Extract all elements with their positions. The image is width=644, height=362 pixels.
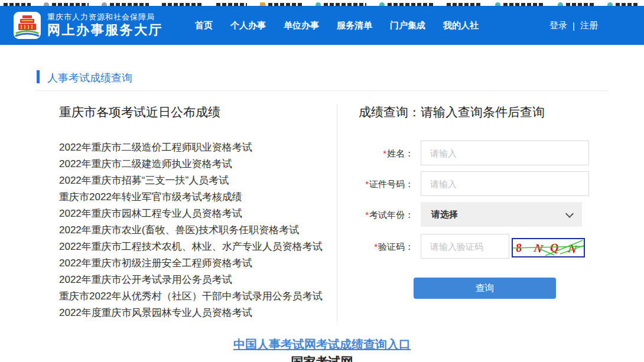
exam-list: 2022年重庆市二级造价工程师职业资格考试2022年重庆市二级建造师执业资格考试…	[59, 139, 323, 321]
query-form-heading: 成绩查询：请输入查询条件后查询	[359, 104, 545, 120]
main-nav: 首页 个人办事 单位办事 服务清单 门户集成 我的人社	[195, 6, 479, 45]
exam-list-item[interactable]: 2022年重庆市初级注册安全工程师资格考试	[59, 255, 323, 272]
login-link[interactable]: 登录	[549, 20, 567, 31]
bookmark-item[interactable]	[495, 0, 545, 6]
page-title-accent-bar	[37, 70, 40, 83]
bookmark-item[interactable]	[379, 0, 434, 6]
auth-links: 登录 | 注册	[549, 6, 598, 45]
nav-item-home[interactable]: 首页	[195, 20, 213, 31]
required-mark: *	[365, 210, 369, 220]
captcha-input[interactable]	[421, 234, 509, 259]
exam-year-label: *考试年份：	[365, 210, 414, 221]
exam-year-select[interactable]: 请选择	[421, 202, 582, 227]
exam-list-item[interactable]: 2022年重庆市招募“三支一扶”人员考试	[59, 172, 323, 189]
chevron-down-icon	[565, 210, 574, 218]
china-exam-site-link[interactable]: 中国人事考试网考试成绩查询入口	[233, 338, 411, 351]
name-input[interactable]	[421, 141, 589, 165]
register-link[interactable]: 注册	[580, 20, 598, 31]
bookmark-item[interactable]	[162, 0, 203, 6]
nav-item-services[interactable]: 服务清单	[337, 20, 372, 31]
exam-list-item[interactable]: 2022年重庆市园林工程专业人员资格考试	[59, 206, 323, 222]
exam-list-item[interactable]: 2022年重庆市公开考试录用公务员考试	[59, 272, 323, 288]
bookmark-item[interactable]	[316, 0, 366, 6]
svg-text:N: N	[532, 241, 545, 256]
auth-divider: |	[573, 21, 575, 31]
nav-item-company[interactable]: 单位办事	[284, 20, 319, 31]
org-name: 重庆市人力资源和社会保障局	[47, 12, 163, 22]
exam-list-item[interactable]: 2022年重庆市二级造价工程师职业资格考试	[59, 139, 323, 156]
id-number-label: *证件号码：	[365, 179, 414, 190]
id-number-input[interactable]	[421, 171, 589, 196]
clipped-footer-text: 国家考试网	[0, 354, 644, 362]
panel-divider	[337, 104, 337, 322]
required-mark: *	[365, 179, 369, 189]
nav-item-personal[interactable]: 个人办事	[230, 20, 266, 31]
svg-text:N: N	[567, 242, 579, 256]
captcha-image[interactable]: 8 N Q N	[512, 238, 585, 257]
exam-list-item[interactable]: 2022年重庆市农业(畜牧、兽医)技术职务任职资格考试	[59, 222, 323, 239]
bookmark-item[interactable]	[607, 0, 639, 6]
bookmark-item[interactable]	[4, 0, 31, 6]
bookmark-item[interactable]	[260, 0, 303, 6]
bookmark-item[interactable]	[216, 0, 247, 6]
recent-results-heading: 重庆市各项考试近日公布成绩	[59, 104, 220, 120]
exam-list-item[interactable]: 重庆市2022年从优秀村（社区）干部中考试录用公务员考试	[59, 288, 323, 305]
nav-item-portal[interactable]: 门户集成	[390, 20, 425, 31]
query-submit-button[interactable]: 查询	[414, 278, 556, 299]
site-logo-icon	[13, 11, 41, 40]
exam-list-item[interactable]: 2022年度重庆市风景园林专业人员资格考试	[59, 305, 323, 321]
exam-year-select-value: 请选择	[431, 209, 458, 220]
bookmark-item[interactable]	[447, 0, 482, 6]
exam-list-item[interactable]: 2022年重庆市二级建造师执业资格考试	[59, 156, 323, 172]
exam-list-item[interactable]: 2022年重庆市工程技术农机、林业、水产专业人员资格考试	[59, 239, 323, 255]
name-label: *姓名：	[383, 148, 414, 159]
bookmark-item[interactable]	[102, 0, 149, 6]
required-mark: *	[374, 242, 378, 252]
captcha-label: *验证码：	[374, 242, 414, 253]
title-divider	[35, 90, 609, 91]
bookmarks-bar	[0, 0, 644, 6]
page-title: 人事考试成绩查询	[47, 71, 132, 85]
site-brand[interactable]: 重庆市人力资源和社会保障局 网上办事服务大厅	[13, 11, 163, 40]
bookmark-item[interactable]	[44, 0, 89, 6]
required-mark: *	[383, 148, 386, 158]
site-header: 重庆市人力资源和社会保障局 网上办事服务大厅 首页 个人办事 单位办事 服务清单…	[0, 6, 644, 45]
exam-list-item[interactable]: 重庆市2022年转业军官市级考试考核成绩	[59, 189, 323, 206]
nav-item-mine[interactable]: 我的人社	[443, 20, 479, 31]
bookmark-item[interactable]	[558, 0, 594, 6]
site-name: 网上办事服务大厅	[47, 22, 163, 38]
